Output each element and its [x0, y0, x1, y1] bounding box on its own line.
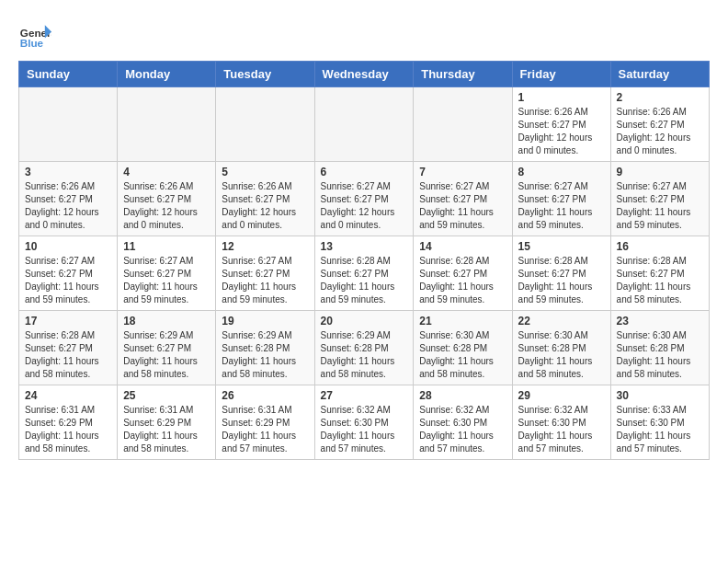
day-info: Sunrise: 6:27 AM Sunset: 6:27 PM Dayligh…	[419, 180, 506, 232]
calendar-cell: 2Sunrise: 6:26 AM Sunset: 6:27 PM Daylig…	[610, 87, 709, 162]
calendar-cell: 25Sunrise: 6:31 AM Sunset: 6:29 PM Dayli…	[118, 385, 216, 460]
day-info: Sunrise: 6:28 AM Sunset: 6:27 PM Dayligh…	[419, 255, 506, 306]
calendar-cell: 3Sunrise: 6:26 AM Sunset: 6:27 PM Daylig…	[19, 162, 118, 236]
page-header: General Blue	[18, 18, 710, 52]
calendar-cell: 23Sunrise: 6:30 AM Sunset: 6:28 PM Dayli…	[610, 311, 709, 385]
day-number: 9	[617, 166, 703, 178]
day-number: 23	[617, 315, 703, 327]
calendar-header: Sunday Monday Tuesday Wednesday Thursday…	[19, 62, 710, 87]
day-number: 24	[25, 389, 111, 402]
calendar-cell: 26Sunrise: 6:31 AM Sunset: 6:29 PM Dayli…	[216, 385, 314, 460]
day-number: 3	[25, 166, 111, 178]
day-number: 22	[518, 315, 605, 327]
day-number: 16	[617, 240, 703, 253]
calendar-table: Sunday Monday Tuesday Wednesday Thursday…	[18, 61, 710, 460]
calendar-cell: 7Sunrise: 6:27 AM Sunset: 6:27 PM Daylig…	[414, 162, 512, 236]
svg-text:Blue: Blue	[20, 37, 44, 49]
col-monday: Monday	[118, 62, 216, 87]
day-info: Sunrise: 6:30 AM Sunset: 6:28 PM Dayligh…	[617, 329, 703, 381]
calendar-cell: 11Sunrise: 6:27 AM Sunset: 6:27 PM Dayli…	[118, 236, 216, 311]
day-info: Sunrise: 6:26 AM Sunset: 6:27 PM Dayligh…	[617, 106, 703, 157]
day-info: Sunrise: 6:30 AM Sunset: 6:28 PM Dayligh…	[518, 329, 605, 381]
day-info: Sunrise: 6:27 AM Sunset: 6:27 PM Dayligh…	[123, 255, 210, 306]
calendar-cell	[19, 87, 118, 162]
calendar-week-row: 1Sunrise: 6:26 AM Sunset: 6:27 PM Daylig…	[19, 87, 710, 162]
col-sunday: Sunday	[19, 62, 118, 87]
calendar-cell	[414, 87, 512, 162]
calendar-cell: 24Sunrise: 6:31 AM Sunset: 6:29 PM Dayli…	[19, 385, 118, 460]
calendar-week-row: 3Sunrise: 6:26 AM Sunset: 6:27 PM Daylig…	[19, 162, 710, 236]
calendar-cell: 16Sunrise: 6:28 AM Sunset: 6:27 PM Dayli…	[610, 236, 709, 311]
calendar-week-row: 17Sunrise: 6:28 AM Sunset: 6:27 PM Dayli…	[19, 311, 710, 385]
col-wednesday: Wednesday	[314, 62, 414, 87]
day-number: 18	[123, 315, 210, 327]
day-info: Sunrise: 6:31 AM Sunset: 6:29 PM Dayligh…	[25, 404, 111, 455]
day-number: 21	[419, 315, 506, 327]
day-number: 7	[419, 166, 506, 178]
calendar-cell: 9Sunrise: 6:27 AM Sunset: 6:27 PM Daylig…	[610, 162, 709, 236]
calendar-cell: 30Sunrise: 6:33 AM Sunset: 6:30 PM Dayli…	[610, 385, 709, 460]
day-info: Sunrise: 6:29 AM Sunset: 6:27 PM Dayligh…	[123, 329, 210, 381]
day-info: Sunrise: 6:26 AM Sunset: 6:27 PM Dayligh…	[25, 180, 111, 232]
day-info: Sunrise: 6:32 AM Sunset: 6:30 PM Dayligh…	[419, 404, 506, 455]
day-info: Sunrise: 6:29 AM Sunset: 6:28 PM Dayligh…	[321, 329, 408, 381]
day-number: 30	[617, 389, 703, 402]
day-number: 8	[518, 166, 605, 178]
calendar-cell: 6Sunrise: 6:27 AM Sunset: 6:27 PM Daylig…	[314, 162, 414, 236]
calendar-cell	[314, 87, 414, 162]
day-number: 1	[518, 91, 605, 104]
calendar-cell: 20Sunrise: 6:29 AM Sunset: 6:28 PM Dayli…	[314, 311, 414, 385]
day-info: Sunrise: 6:27 AM Sunset: 6:27 PM Dayligh…	[321, 180, 408, 232]
day-info: Sunrise: 6:26 AM Sunset: 6:27 PM Dayligh…	[222, 180, 308, 232]
day-info: Sunrise: 6:26 AM Sunset: 6:27 PM Dayligh…	[123, 180, 210, 232]
logo-icon: General Blue	[18, 18, 51, 52]
calendar-cell: 8Sunrise: 6:27 AM Sunset: 6:27 PM Daylig…	[512, 162, 610, 236]
day-number: 27	[321, 389, 408, 402]
calendar-cell: 1Sunrise: 6:26 AM Sunset: 6:27 PM Daylig…	[512, 87, 610, 162]
col-saturday: Saturday	[610, 62, 709, 87]
logo: General Blue	[18, 18, 51, 52]
calendar-cell: 5Sunrise: 6:26 AM Sunset: 6:27 PM Daylig…	[216, 162, 314, 236]
calendar-cell	[216, 87, 314, 162]
day-number: 15	[518, 240, 605, 253]
day-info: Sunrise: 6:33 AM Sunset: 6:30 PM Dayligh…	[617, 404, 703, 455]
calendar-cell: 12Sunrise: 6:27 AM Sunset: 6:27 PM Dayli…	[216, 236, 314, 311]
calendar-cell: 28Sunrise: 6:32 AM Sunset: 6:30 PM Dayli…	[414, 385, 512, 460]
day-info: Sunrise: 6:32 AM Sunset: 6:30 PM Dayligh…	[321, 404, 408, 455]
day-number: 28	[419, 389, 506, 402]
day-number: 12	[222, 240, 308, 253]
calendar-cell: 21Sunrise: 6:30 AM Sunset: 6:28 PM Dayli…	[414, 311, 512, 385]
day-number: 19	[222, 315, 308, 327]
day-info: Sunrise: 6:27 AM Sunset: 6:27 PM Dayligh…	[518, 180, 605, 232]
calendar-cell: 4Sunrise: 6:26 AM Sunset: 6:27 PM Daylig…	[118, 162, 216, 236]
day-info: Sunrise: 6:28 AM Sunset: 6:27 PM Dayligh…	[321, 255, 408, 306]
calendar-cell: 29Sunrise: 6:32 AM Sunset: 6:30 PM Dayli…	[512, 385, 610, 460]
day-info: Sunrise: 6:31 AM Sunset: 6:29 PM Dayligh…	[123, 404, 210, 455]
day-info: Sunrise: 6:26 AM Sunset: 6:27 PM Dayligh…	[518, 106, 605, 157]
calendar-week-row: 24Sunrise: 6:31 AM Sunset: 6:29 PM Dayli…	[19, 385, 710, 460]
day-number: 14	[419, 240, 506, 253]
day-info: Sunrise: 6:31 AM Sunset: 6:29 PM Dayligh…	[222, 404, 308, 455]
day-number: 25	[123, 389, 210, 402]
calendar-week-row: 10Sunrise: 6:27 AM Sunset: 6:27 PM Dayli…	[19, 236, 710, 311]
calendar-cell: 27Sunrise: 6:32 AM Sunset: 6:30 PM Dayli…	[314, 385, 414, 460]
col-friday: Friday	[512, 62, 610, 87]
day-number: 26	[222, 389, 308, 402]
calendar-cell	[118, 87, 216, 162]
day-info: Sunrise: 6:30 AM Sunset: 6:28 PM Dayligh…	[419, 329, 506, 381]
calendar-cell: 19Sunrise: 6:29 AM Sunset: 6:28 PM Dayli…	[216, 311, 314, 385]
calendar-cell: 15Sunrise: 6:28 AM Sunset: 6:27 PM Dayli…	[512, 236, 610, 311]
calendar-cell: 10Sunrise: 6:27 AM Sunset: 6:27 PM Dayli…	[19, 236, 118, 311]
calendar-cell: 18Sunrise: 6:29 AM Sunset: 6:27 PM Dayli…	[118, 311, 216, 385]
day-number: 11	[123, 240, 210, 253]
day-info: Sunrise: 6:27 AM Sunset: 6:27 PM Dayligh…	[222, 255, 308, 306]
day-info: Sunrise: 6:28 AM Sunset: 6:27 PM Dayligh…	[518, 255, 605, 306]
calendar-cell: 17Sunrise: 6:28 AM Sunset: 6:27 PM Dayli…	[19, 311, 118, 385]
calendar-cell: 13Sunrise: 6:28 AM Sunset: 6:27 PM Dayli…	[314, 236, 414, 311]
header-row: Sunday Monday Tuesday Wednesday Thursday…	[19, 62, 710, 87]
day-number: 4	[123, 166, 210, 178]
day-info: Sunrise: 6:28 AM Sunset: 6:27 PM Dayligh…	[617, 255, 703, 306]
day-number: 29	[518, 389, 605, 402]
day-number: 2	[617, 91, 703, 104]
calendar-cell: 14Sunrise: 6:28 AM Sunset: 6:27 PM Dayli…	[414, 236, 512, 311]
